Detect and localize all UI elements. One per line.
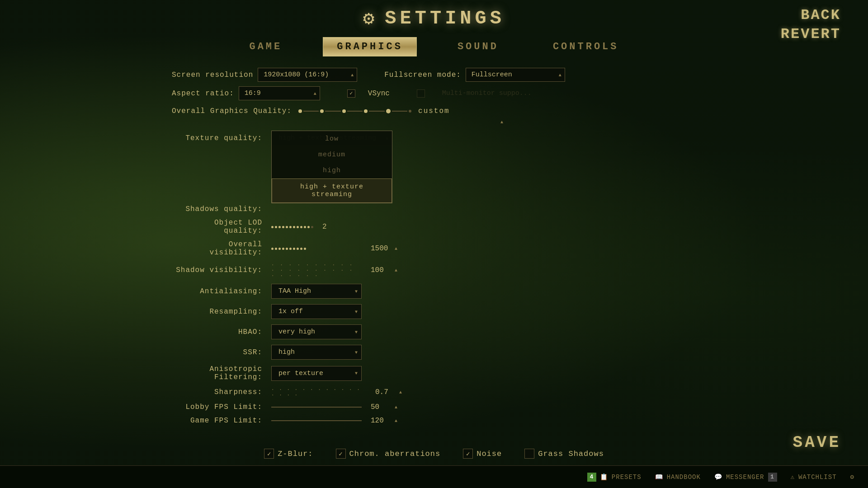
aniso-dropdown[interactable]: per texture ▼ (271, 366, 362, 381)
quality-arrow: ▲ (307, 117, 696, 126)
vsync-wrapper: ✓ VSync (347, 89, 390, 98)
overall-vis-uparrow: ▲ (395, 246, 397, 251)
resampling-arrow: ▼ (355, 309, 358, 314)
zblur-checkbox[interactable]: ✓ (264, 449, 274, 459)
quality-value: custom (418, 107, 450, 115)
tab-nav: GAME GRAPHICS SOUND CONTROLS (0, 33, 868, 61)
texture-dropdown-open: low medium high high + texture streaming (271, 131, 392, 203)
shadow-vis-control: · · · · · · · · · · · · · · · · · · · · … (271, 262, 696, 278)
gear-icon: ⚙ (363, 7, 378, 30)
watchlist-label: WATCHLIST (798, 474, 837, 481)
grass-label: Grass Shadows (538, 450, 604, 458)
watchlist-item[interactable]: ⚠ WATCHLIST (791, 473, 837, 481)
presets-label: PRESETS (612, 474, 642, 481)
quality-slider[interactable] (298, 109, 411, 113)
lod-control: 2 (271, 223, 696, 231)
fullscreen-select[interactable]: Fullscreen (466, 68, 565, 82)
presets-item[interactable]: 4 📋 PRESETS (587, 473, 642, 482)
top-nav: ⚙ SETTINGS BACK REVERT (0, 0, 868, 33)
grass-checkbox[interactable] (524, 449, 534, 459)
multi-monitor-label: Multi-monitor suppo... (442, 89, 532, 97)
ssr-row: SSR: high ▼ (172, 342, 696, 362)
handbook-icon: 📖 (655, 473, 663, 481)
multi-monitor-wrapper: Multi-monitor suppo... (417, 89, 532, 98)
aspect-select[interactable]: 16:9 (239, 86, 320, 100)
presets-badge: 4 (587, 473, 596, 482)
texture-option-low[interactable]: low (272, 131, 392, 147)
bottom-checkboxes: ✓ Z-Blur: ✓ Chrom. aberrations ✓ Noise G… (172, 442, 696, 465)
noise-item[interactable]: ✓ Noise (463, 449, 502, 459)
back-button[interactable]: BACK (801, 7, 841, 23)
hbao-dropdown[interactable]: very high ▼ (271, 324, 362, 339)
fullscreen-label: Fullscreen mode: (384, 71, 461, 79)
tab-graphics[interactable]: GRAPHICS (323, 37, 417, 56)
overall-vis-slider[interactable] (271, 248, 362, 250)
settings-gear-icon: ⚙ (850, 473, 854, 481)
sharpness-slider[interactable]: · · · · · · · · · · · · · · · · (271, 387, 366, 398)
chrom-label: Chrom. aberrations (349, 450, 441, 458)
game-fps-slider[interactable] (271, 420, 362, 421)
aniso-arrow: ▼ (355, 371, 358, 376)
sharpness-control: · · · · · · · · · · · · · · · · 0.7 ▲ (271, 387, 696, 398)
texture-option-high[interactable]: high (272, 163, 392, 178)
lobby-fps-row: Lobby FPS Limit: 50 ▲ (172, 400, 696, 414)
sharpness-row: Sharpness: · · · · · · · · · · · · · · ·… (172, 384, 696, 400)
tab-controls[interactable]: CONTROLS (539, 37, 632, 56)
texture-row: Texture quality: high + texture streamin… (172, 128, 696, 148)
messenger-label: MESSENGER (726, 474, 764, 481)
chrom-item[interactable]: ✓ Chrom. aberrations (336, 449, 441, 459)
grass-item[interactable]: Grass Shadows (524, 449, 604, 459)
overall-vis-label: Overall visibility: (172, 240, 271, 257)
noise-label: Noise (476, 450, 502, 458)
game-fps-label: Game FPS Limit: (172, 417, 271, 425)
save-button[interactable]: SAVE (793, 433, 841, 452)
tab-sound[interactable]: SOUND (444, 37, 512, 56)
vsync-checkbox[interactable]: ✓ (347, 89, 355, 98)
resampling-row: Resampling: 1x off ▼ (172, 301, 696, 322)
tab-game[interactable]: GAME (236, 37, 296, 56)
ssr-label: SSR: (172, 348, 271, 357)
resolution-select[interactable]: 868x488 (16:9) (258, 68, 357, 82)
texture-option-high-streaming[interactable]: high + texture streaming (272, 178, 392, 203)
shadows-row: Shadows quality: (172, 202, 696, 216)
resampling-control: 1x off ▼ (271, 304, 696, 319)
aniso-control: per texture ▼ (271, 366, 696, 381)
quality-label: Overall Graphics Quality: (172, 107, 292, 115)
lobby-fps-control: 50 ▲ (271, 403, 696, 411)
ssr-dropdown[interactable]: high ▼ (271, 345, 362, 360)
settings-gear-item[interactable]: ⚙ (850, 473, 854, 481)
texture-control: high + texture streaming ▲ low medium hi… (271, 131, 696, 145)
shadow-vis-slider[interactable]: · · · · · · · · · · · · · · · · · · · · … (271, 262, 362, 278)
aspect-label: Aspect ratio: (172, 89, 234, 98)
messenger-item[interactable]: 💬 MESSENGER 1 (714, 473, 777, 482)
resampling-dropdown[interactable]: 1x off ▼ (271, 304, 362, 319)
texture-option-medium[interactable]: medium (272, 147, 392, 163)
resolution-label: Screen resolution (172, 71, 253, 79)
texture-dropdown-container: high + texture streaming ▲ low medium hi… (271, 131, 392, 145)
noise-checkbox[interactable]: ✓ (463, 449, 473, 459)
shadow-vis-uparrow: ▲ (395, 268, 397, 273)
hbao-arrow: ▼ (355, 329, 358, 334)
watchlist-icon: ⚠ (791, 473, 795, 481)
zblur-item[interactable]: ✓ Z-Blur: (264, 449, 313, 459)
lobby-fps-slider[interactable] (271, 407, 362, 408)
revert-button[interactable]: REVERT (781, 26, 841, 42)
resolution-select-wrapper: 868x488 (16:9) (258, 68, 357, 82)
presets-icon: 📋 (600, 473, 608, 481)
overall-vis-value: 1500 (371, 244, 389, 253)
lod-slider[interactable] (271, 226, 313, 228)
antialiasing-dropdown[interactable]: TAA High ▼ (271, 284, 362, 299)
chrom-checkbox[interactable]: ✓ (336, 449, 346, 459)
ssr-arrow: ▼ (355, 350, 358, 355)
aniso-label: Anisotropic Filtering: (172, 365, 271, 381)
back-revert-group: BACK REVERT (781, 7, 841, 42)
handbook-item[interactable]: 📖 HANDBOOK (655, 473, 701, 481)
aniso-row: Anisotropic Filtering: per texture ▼ (172, 362, 696, 384)
shadow-vis-value: 100 (371, 266, 389, 274)
sharpness-value: 0.7 (375, 388, 393, 396)
overall-vis-control: 1500 ▲ (271, 244, 696, 253)
multi-monitor-checkbox[interactable] (417, 89, 425, 98)
hbao-row: HBAO: very high ▼ (172, 322, 696, 342)
sharpness-label: Sharpness: (172, 388, 271, 396)
resolution-row: Screen resolution 868x488 (16:9) Fulls… (172, 66, 696, 84)
